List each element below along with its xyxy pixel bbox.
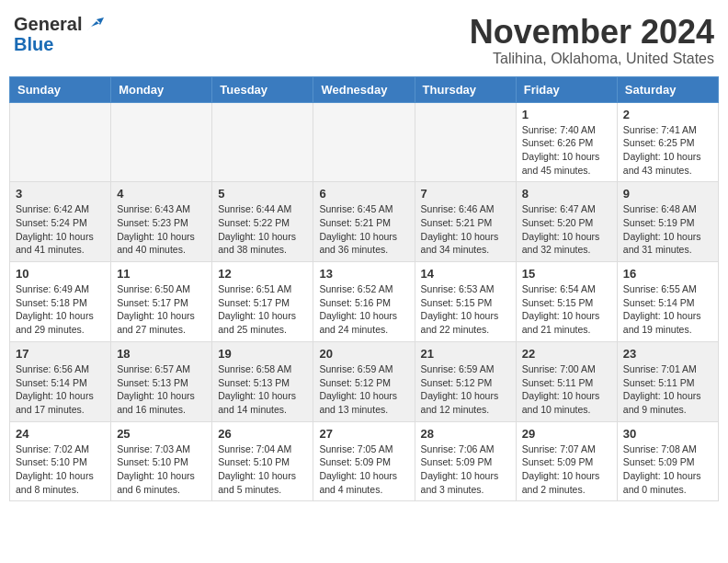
calendar-day-9: 9Sunrise: 6:48 AMSunset: 5:19 PMDaylight… [617, 182, 718, 262]
calendar-day-22: 22Sunrise: 7:00 AMSunset: 5:11 PMDayligh… [516, 341, 617, 421]
day-number: 17 [16, 347, 105, 361]
day-number: 20 [319, 347, 408, 361]
day-number: 22 [522, 347, 611, 361]
weekday-header-monday: Monday [111, 76, 212, 102]
day-info: Sunrise: 6:57 AMSunset: 5:13 PMDaylight:… [117, 362, 206, 417]
day-number: 18 [117, 347, 206, 361]
day-info: Sunrise: 6:59 AMSunset: 5:12 PMDaylight:… [319, 362, 408, 417]
weekday-header-tuesday: Tuesday [212, 76, 313, 102]
day-info: Sunrise: 7:07 AMSunset: 5:09 PMDaylight:… [522, 442, 611, 497]
week-row-1: 1Sunrise: 7:40 AMSunset: 6:26 PMDaylight… [10, 102, 719, 182]
page-header: General Blue November 2024 Talihina, Okl… [9, 9, 719, 67]
calendar-day-5: 5Sunrise: 6:44 AMSunset: 5:22 PMDaylight… [212, 182, 313, 262]
day-number: 7 [421, 187, 510, 201]
calendar-day-30: 30Sunrise: 7:08 AMSunset: 5:09 PMDayligh… [617, 421, 718, 501]
logo-text-general: General [14, 14, 82, 34]
calendar-day-empty [313, 102, 415, 182]
day-number: 23 [623, 347, 712, 361]
day-info: Sunrise: 7:03 AMSunset: 5:10 PMDaylight:… [117, 442, 206, 497]
day-info: Sunrise: 7:04 AMSunset: 5:10 PMDaylight:… [218, 442, 307, 497]
day-info: Sunrise: 7:01 AMSunset: 5:11 PMDaylight:… [623, 362, 712, 417]
svg-marker-0 [87, 17, 104, 30]
calendar-day-2: 2Sunrise: 7:41 AMSunset: 6:25 PMDaylight… [617, 102, 718, 182]
day-number: 27 [319, 427, 408, 441]
calendar-day-17: 17Sunrise: 6:56 AMSunset: 5:14 PMDayligh… [10, 341, 111, 421]
day-number: 1 [522, 108, 611, 121]
day-info: Sunrise: 6:48 AMSunset: 5:19 PMDaylight:… [623, 202, 712, 257]
calendar-day-26: 26Sunrise: 7:04 AMSunset: 5:10 PMDayligh… [212, 421, 313, 501]
day-number: 26 [218, 427, 307, 441]
logo: General Blue [14, 14, 104, 55]
calendar-day-empty [10, 102, 111, 182]
day-number: 4 [117, 187, 206, 201]
day-info: Sunrise: 6:42 AMSunset: 5:24 PMDaylight:… [16, 202, 105, 257]
day-info: Sunrise: 6:46 AMSunset: 5:21 PMDaylight:… [421, 202, 510, 257]
calendar-day-29: 29Sunrise: 7:07 AMSunset: 5:09 PMDayligh… [516, 421, 617, 501]
calendar-day-empty [111, 102, 212, 182]
week-row-5: 24Sunrise: 7:02 AMSunset: 5:10 PMDayligh… [10, 421, 719, 501]
week-row-3: 10Sunrise: 6:49 AMSunset: 5:18 PMDayligh… [10, 262, 719, 342]
calendar-day-6: 6Sunrise: 6:45 AMSunset: 5:21 PMDaylight… [313, 182, 415, 262]
calendar-day-16: 16Sunrise: 6:55 AMSunset: 5:14 PMDayligh… [617, 262, 718, 342]
logo-text-blue: Blue [14, 34, 53, 54]
calendar-day-25: 25Sunrise: 7:03 AMSunset: 5:10 PMDayligh… [111, 421, 212, 501]
day-info: Sunrise: 6:59 AMSunset: 5:12 PMDaylight:… [421, 362, 510, 417]
calendar-day-empty [415, 102, 516, 182]
day-number: 14 [421, 267, 510, 281]
calendar-day-4: 4Sunrise: 6:43 AMSunset: 5:23 PMDaylight… [111, 182, 212, 262]
weekday-header-thursday: Thursday [415, 76, 516, 102]
day-number: 30 [623, 427, 712, 441]
day-info: Sunrise: 6:43 AMSunset: 5:23 PMDaylight:… [117, 202, 206, 257]
day-number: 15 [522, 267, 611, 281]
day-info: Sunrise: 7:41 AMSunset: 6:25 PMDaylight:… [623, 123, 712, 178]
day-info: Sunrise: 6:55 AMSunset: 5:14 PMDaylight:… [623, 282, 712, 337]
day-info: Sunrise: 7:02 AMSunset: 5:10 PMDaylight:… [16, 442, 105, 497]
weekday-header-wednesday: Wednesday [313, 76, 415, 102]
day-number: 8 [522, 187, 611, 201]
day-number: 21 [421, 347, 510, 361]
weekday-header-saturday: Saturday [617, 76, 718, 102]
calendar-day-28: 28Sunrise: 7:06 AMSunset: 5:09 PMDayligh… [415, 421, 516, 501]
calendar-day-19: 19Sunrise: 6:58 AMSunset: 5:13 PMDayligh… [212, 341, 313, 421]
day-number: 16 [623, 267, 712, 281]
day-number: 13 [319, 267, 408, 281]
day-info: Sunrise: 6:56 AMSunset: 5:14 PMDaylight:… [16, 362, 105, 417]
day-number: 28 [421, 427, 510, 441]
day-number: 10 [16, 267, 105, 281]
calendar-day-14: 14Sunrise: 6:53 AMSunset: 5:15 PMDayligh… [415, 262, 516, 342]
calendar-day-15: 15Sunrise: 6:54 AMSunset: 5:15 PMDayligh… [516, 262, 617, 342]
calendar-day-1: 1Sunrise: 7:40 AMSunset: 6:26 PMDaylight… [516, 102, 617, 182]
weekday-header-row: SundayMondayTuesdayWednesdayThursdayFrid… [10, 76, 719, 102]
day-number: 12 [218, 267, 307, 281]
calendar-day-empty [212, 102, 313, 182]
day-info: Sunrise: 6:45 AMSunset: 5:21 PMDaylight:… [319, 202, 408, 257]
day-info: Sunrise: 6:53 AMSunset: 5:15 PMDaylight:… [421, 282, 510, 337]
day-number: 24 [16, 427, 105, 441]
day-info: Sunrise: 7:40 AMSunset: 6:26 PMDaylight:… [522, 123, 611, 178]
title-block: November 2024 Talihina, Oklahoma, United… [470, 14, 714, 67]
day-info: Sunrise: 6:58 AMSunset: 5:13 PMDaylight:… [218, 362, 307, 417]
day-number: 9 [623, 187, 712, 201]
day-info: Sunrise: 6:50 AMSunset: 5:17 PMDaylight:… [117, 282, 206, 337]
day-number: 3 [16, 187, 105, 201]
day-info: Sunrise: 6:44 AMSunset: 5:22 PMDaylight:… [218, 202, 307, 257]
day-info: Sunrise: 6:49 AMSunset: 5:18 PMDaylight:… [16, 282, 105, 337]
weekday-header-sunday: Sunday [10, 76, 111, 102]
day-number: 29 [522, 427, 611, 441]
calendar-day-10: 10Sunrise: 6:49 AMSunset: 5:18 PMDayligh… [10, 262, 111, 342]
logo-bird-icon [84, 14, 104, 34]
day-info: Sunrise: 7:05 AMSunset: 5:09 PMDaylight:… [319, 442, 408, 497]
month-title: November 2024 [470, 14, 714, 51]
calendar-day-24: 24Sunrise: 7:02 AMSunset: 5:10 PMDayligh… [10, 421, 111, 501]
day-number: 11 [117, 267, 206, 281]
calendar-day-23: 23Sunrise: 7:01 AMSunset: 5:11 PMDayligh… [617, 341, 718, 421]
calendar-day-21: 21Sunrise: 6:59 AMSunset: 5:12 PMDayligh… [415, 341, 516, 421]
location-title: Talihina, Oklahoma, United States [470, 51, 714, 67]
day-info: Sunrise: 7:00 AMSunset: 5:11 PMDaylight:… [522, 362, 611, 417]
calendar-table: SundayMondayTuesdayWednesdayThursdayFrid… [9, 76, 719, 502]
week-row-4: 17Sunrise: 6:56 AMSunset: 5:14 PMDayligh… [10, 341, 719, 421]
calendar-day-3: 3Sunrise: 6:42 AMSunset: 5:24 PMDaylight… [10, 182, 111, 262]
day-number: 19 [218, 347, 307, 361]
day-info: Sunrise: 6:54 AMSunset: 5:15 PMDaylight:… [522, 282, 611, 337]
day-info: Sunrise: 6:51 AMSunset: 5:17 PMDaylight:… [218, 282, 307, 337]
